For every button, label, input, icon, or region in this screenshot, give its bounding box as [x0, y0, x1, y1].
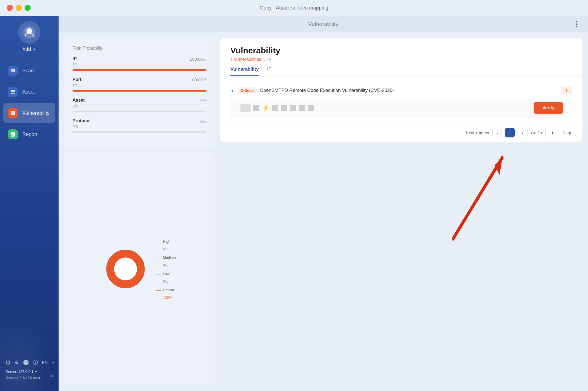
vulnerability-list: ▼ Critical OpenSMTPD Remote Code Executi…: [220, 77, 582, 123]
svg-rect-11: [13, 134, 13, 136]
asset-icon: [8, 87, 18, 97]
sidebar-item-scan[interactable]: Scan: [0, 61, 59, 81]
server-caret: ▼: [35, 369, 38, 375]
donut-chart: — High 0% — Medium 0% — Low: [103, 237, 176, 301]
legend-medium-pct: 0%: [163, 262, 176, 269]
version-label: Version: 1.6.116 beta: [6, 375, 53, 381]
server-label: Server: 127.0.0.1: [6, 369, 33, 375]
legend-low-label: Low: [163, 270, 170, 278]
maximize-button[interactable]: [25, 5, 31, 11]
legend-low-pct: 0%: [163, 278, 176, 285]
vuln-count-text: 1 vulnerabilities,: [230, 57, 262, 62]
vuln-name[interactable]: OpenSMTPD Remote Code Execution Vulnerab…: [260, 88, 557, 93]
legend-critical-pct: 100%: [163, 294, 176, 301]
nav-items: Scan Asset !: [0, 61, 59, 144]
settings-icon[interactable]: ⚙: [15, 359, 19, 366]
svg-rect-1: [11, 69, 15, 72]
vuln-ip-text: 1 ip: [264, 57, 271, 62]
risk-port-pct: 100.00%: [190, 77, 206, 82]
risk-port-progress: [73, 90, 206, 92]
sidebar: hdd ▼ Scan: [0, 16, 59, 391]
prev-page-button[interactable]: ‹: [492, 128, 502, 137]
risk-item-asset: Asset 0% 0/0: [73, 98, 206, 112]
user-dropdown-caret: ▼: [33, 47, 36, 51]
legend-high: — High: [156, 237, 176, 247]
action-small-3: [281, 105, 287, 111]
goto-label: Go To: [531, 130, 542, 135]
sidebar-item-report[interactable]: Report: [0, 124, 59, 144]
tab-vulnerability[interactable]: Vulnerability: [230, 66, 259, 76]
svg-text:!: !: [12, 111, 13, 115]
risk-probability-title: Risk Probability: [73, 46, 206, 51]
sidebar-item-asset[interactable]: Asset: [0, 82, 59, 102]
right-panel-wrapper: Vulnerability 1 vulnerabilities, 1 ip Vu…: [220, 38, 582, 385]
clock-icon[interactable]: 🕐: [23, 359, 29, 366]
risk-asset-pct: 0%: [200, 98, 206, 103]
risk-item-ip: IP 100.00% 1/1: [73, 56, 206, 71]
action-placeholder-1: [240, 104, 250, 112]
legend-medium-label: Medium: [163, 254, 176, 261]
avatar[interactable]: [18, 21, 40, 44]
lightning-icon[interactable]: ⚡: [262, 104, 269, 111]
severity-badge: Critical: [238, 87, 256, 94]
panels: Risk Probability IP 100.00% 1/1: [59, 32, 588, 391]
goto-input[interactable]: [545, 128, 559, 137]
risk-protocol-pct: 0%: [200, 119, 206, 123]
top-bar: Vulnerability: [59, 16, 588, 32]
risk-asset-label: Asset: [73, 98, 85, 103]
action-small-4: [290, 105, 296, 111]
action-small-6: [308, 105, 314, 111]
close-button[interactable]: [7, 5, 13, 11]
svg-rect-3: [11, 71, 13, 71]
sidebar-bottom-icons: ⏻ ⚙ 🕐 ⓘ EN ▼: [6, 359, 53, 366]
vulnerability-header: Vulnerability 1 vulnerabilities, 1 ip Vu…: [220, 38, 582, 77]
donut-svg: [103, 247, 148, 291]
svg-rect-2: [11, 70, 14, 70]
sidebar-scan-label: Scan: [22, 68, 34, 74]
sidebar-item-vulnerability[interactable]: ! Vulnerability: [3, 103, 55, 123]
legend-low: — Low: [156, 269, 176, 279]
left-panel: Risk Probability IP 100.00% 1/1: [64, 38, 215, 385]
risk-ip-label: IP: [73, 56, 77, 61]
language-selector[interactable]: EN: [42, 360, 48, 365]
vuln-count-badge: 1: [561, 87, 572, 94]
action-small-5: [299, 105, 305, 111]
total-items: Total 1 Items: [465, 130, 489, 135]
page-title: Vulnerability: [238, 21, 409, 27]
svg-point-14: [114, 258, 137, 280]
main-layout: hdd ▼ Scan: [0, 16, 588, 391]
risk-asset-progress: [73, 111, 206, 112]
svg-line-15: [453, 158, 502, 239]
power-icon[interactable]: ⏻: [6, 359, 11, 365]
action-row: ⚡ Verify: [230, 99, 572, 118]
title-bar: Goby - Attack surface mapping: [0, 0, 588, 16]
sidebar-vulnerability-label: Vulnerability: [22, 110, 49, 116]
menu-icon[interactable]: ≡: [50, 373, 53, 379]
sidebar-asset-label: Asset: [22, 89, 35, 95]
tab-ip[interactable]: IP: [267, 66, 271, 76]
verify-button[interactable]: Verify: [534, 102, 562, 113]
scan-icon: [8, 66, 18, 76]
server-info: Server: 127.0.0.1 ▼ Version: 1.6.116 bet…: [6, 369, 53, 381]
risk-ip-pct: 100.00%: [190, 57, 206, 61]
action-small-1: [253, 105, 259, 111]
svg-rect-5: [11, 91, 15, 92]
vulnerability-subtitle: 1 vulnerabilities, 1 ip: [230, 57, 572, 62]
content-area: Vulnerability Risk Probability: [59, 16, 588, 391]
svg-rect-4: [11, 90, 15, 91]
risk-probability-section: Risk Probability IP 100.00% 1/1: [64, 38, 215, 147]
next-page-button[interactable]: ›: [518, 128, 527, 137]
user-name[interactable]: hdd ▼: [23, 46, 36, 52]
risk-port-label: Port: [73, 77, 81, 82]
info-icon[interactable]: ⓘ: [33, 359, 38, 366]
lang-caret: ▼: [52, 361, 55, 364]
vulnerability-footer: Total 1 Items ‹ 1 › Go To Page: [220, 123, 582, 142]
more-options-button[interactable]: [574, 19, 580, 30]
page-suffix: Page: [563, 130, 572, 135]
svg-marker-16: [495, 158, 502, 175]
vulnerability-panel: Vulnerability 1 vulnerabilities, 1 ip Vu…: [220, 38, 582, 142]
chart-area: — High 0% — Medium 0% — Low: [64, 152, 215, 385]
chart-legend: — High 0% — Medium 0% — Low: [156, 237, 176, 301]
sidebar-bottom: ⏻ ⚙ 🕐 ⓘ EN ▼ Server: 127.0.0.1 ▼ Version…: [0, 355, 59, 385]
minimize-button[interactable]: [16, 5, 22, 11]
